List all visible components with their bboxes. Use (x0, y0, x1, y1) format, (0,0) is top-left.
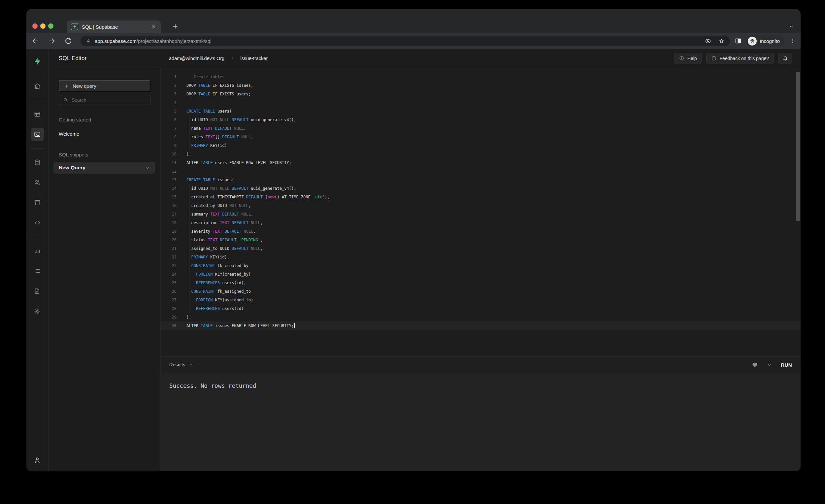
new-query-label: New query (73, 83, 96, 89)
rail-item-api-docs[interactable] (31, 285, 44, 298)
code-line[interactable]: 10); (161, 150, 801, 158)
code-line[interactable]: 9 PRIMARY KEY(id) (161, 141, 801, 150)
line-number: 1 (161, 73, 176, 81)
sql-code-editor[interactable]: 1-- Create tables2DROP TABLE IF EXISTS i… (161, 68, 801, 356)
feedback-button[interactable]: Feedback on this page? (706, 53, 774, 64)
code-text: roles TEXT[] DEFAULT NULL, (186, 133, 253, 141)
sidebar-item-new-query-snippet[interactable]: New Query (54, 162, 155, 173)
code-text: -- Create tables (186, 73, 225, 81)
code-line[interactable]: 13CREATE TABLE issues( (161, 175, 801, 184)
sidebar-item-welcome[interactable]: Welcome (59, 131, 150, 137)
line-number: 4 (161, 98, 176, 107)
line-number: 28 (161, 304, 176, 313)
code-line[interactable]: 1-- Create tables (161, 73, 801, 81)
code-line[interactable]: 15 created_at TIMESTAMPTZ DEFAULT (now()… (161, 193, 801, 201)
screenshot-root: SQL | Supabase app.supabase.com /project… (0, 0, 825, 504)
code-line[interactable]: 20 status TEXT DEFAULT 'PENDING', (161, 236, 801, 244)
code-line[interactable]: 19 severity TEXT DEFAULT NULL, (161, 227, 801, 236)
tab-close-icon[interactable] (151, 24, 156, 30)
code-line[interactable]: 14 id UUID NOT NULL DEFAULT uuid_generat… (161, 184, 801, 193)
code-line[interactable]: 12 (161, 167, 801, 175)
code-text: DROP TABLE IF EXISTS issues; (186, 81, 253, 90)
code-line[interactable]: 8 roles TEXT[] DEFAULT NULL, (161, 133, 801, 141)
code-line[interactable]: 28 REFERENCES users(id) (161, 304, 801, 313)
run-options-chevron-icon[interactable] (767, 362, 772, 367)
eye-blocked-icon[interactable] (705, 38, 711, 44)
search-box[interactable] (59, 95, 150, 105)
address-bar[interactable]: app.supabase.com /project/azahtnhqohyjer… (80, 35, 730, 46)
code-line[interactable]: 21 assigned_to UUID DEFAULT NULL, (161, 244, 801, 253)
code-text: CONSTRAINT fk_created_by (186, 262, 248, 270)
browser-menu-icon[interactable] (790, 38, 796, 44)
code-text: PRIMARY KEY(id), (186, 253, 229, 262)
gear-icon (34, 308, 41, 315)
rail-item-database[interactable] (31, 156, 44, 169)
code-line[interactable]: 25 REFERENCES users(id), (161, 279, 801, 287)
code-text: CREATE TABLE issues( (186, 175, 234, 184)
new-tab-button[interactable] (172, 23, 179, 30)
chevron-down-icon[interactable] (145, 165, 150, 170)
plus-icon (64, 83, 69, 89)
code-line[interactable]: 17 summary TEXT DEFAULT NULL, (161, 210, 801, 218)
rail-item-storage[interactable] (31, 196, 44, 209)
window-zoom-button[interactable] (48, 23, 54, 29)
bookmark-star-icon[interactable] (719, 38, 725, 44)
reload-button[interactable] (64, 37, 73, 45)
rail-item-edge-functions[interactable] (31, 216, 44, 229)
window-close-button[interactable] (32, 23, 38, 29)
side-panel-icon[interactable] (735, 37, 742, 45)
rail-item-authentication[interactable] (31, 176, 44, 189)
rail-item-sql-editor[interactable] (31, 128, 44, 141)
rail-item-logs[interactable] (31, 264, 44, 278)
code-line[interactable]: 11ALTER TABLE users ENABLE ROW LEVEL SEC… (161, 158, 801, 167)
breadcrumb-org[interactable]: adam@windmill.dev's Org (169, 56, 224, 61)
help-button[interactable]: Help (674, 53, 702, 64)
line-number: 7 (161, 124, 176, 133)
notifications-button[interactable] (778, 53, 792, 64)
text-cursor (294, 323, 295, 328)
code-line[interactable]: 27 FOREIGN KEY(assigned_to) (161, 296, 801, 304)
new-query-button[interactable]: New query (59, 80, 150, 92)
tab-overview-chevron-icon[interactable] (789, 24, 794, 29)
code-line[interactable]: 22 PRIMARY KEY(id), (161, 253, 801, 262)
rail-item-home[interactable] (31, 80, 44, 93)
code-line[interactable]: 30ALTER TABLE issues ENABLE ROW LEVEL SE… (161, 321, 801, 330)
scrollbar-thumb[interactable] (796, 72, 800, 221)
line-number: 18 (161, 218, 176, 227)
code-icon (34, 219, 41, 226)
results-dropdown[interactable]: Results (169, 362, 194, 367)
code-line[interactable]: 7 name TEXT DEFAULT NULL, (161, 124, 801, 133)
app-header: SQL Editor adam@windmill.dev's Org / iss… (49, 49, 801, 68)
back-button[interactable] (31, 37, 40, 45)
run-button[interactable]: RUN (781, 362, 792, 368)
code-line[interactable]: 24 FOREIGN KEY(created_by) (161, 270, 801, 279)
breadcrumb-project[interactable]: issue-tracker (240, 56, 268, 61)
code-line[interactable]: 23 CONSTRAINT fk_created_by (161, 262, 801, 270)
code-line[interactable]: 6 id UUID NOT NULL DEFAULT uuid_generate… (161, 116, 801, 124)
line-number: 6 (161, 116, 176, 124)
code-line[interactable]: 3DROP TABLE IF EXISTS users; (161, 90, 801, 98)
results-message: Success. No rows returned (169, 382, 256, 389)
supabase-logo-icon[interactable] (33, 57, 42, 66)
search-input[interactable] (72, 97, 146, 103)
code-line[interactable]: 18 description TEXT DEFAULT NULL, (161, 218, 801, 227)
rail-item-settings[interactable] (31, 305, 44, 318)
code-line[interactable]: 26 CONSTRAINT fk_assigned_to (161, 287, 801, 296)
rail-item-reports[interactable] (31, 244, 44, 258)
window-minimize-button[interactable] (40, 23, 46, 29)
code-line[interactable]: 16 created_by UUID NOT NULL, (161, 201, 801, 210)
code-line[interactable]: 5CREATE TABLE users( (161, 107, 801, 116)
code-line[interactable]: 29); (161, 313, 801, 321)
line-number: 14 (161, 184, 176, 193)
account-icon[interactable] (33, 456, 41, 464)
forward-button[interactable] (48, 37, 56, 45)
code-line[interactable]: 4 (161, 98, 801, 107)
line-number: 23 (161, 262, 176, 270)
favorite-heart-icon[interactable] (752, 362, 758, 368)
code-line[interactable]: 2DROP TABLE IF EXISTS issues; (161, 81, 801, 90)
browser-tab-active[interactable]: SQL | Supabase (67, 20, 161, 33)
line-number: 9 (161, 141, 176, 150)
rail-item-table-editor[interactable] (31, 107, 44, 121)
line-number: 20 (161, 236, 176, 244)
section-sql-snippets: SQL snippets (59, 152, 150, 157)
